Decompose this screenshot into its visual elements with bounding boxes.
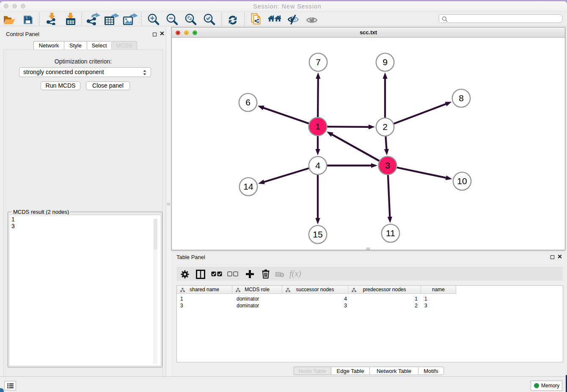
svg-text:4: 4: [315, 160, 320, 170]
svg-text:9: 9: [383, 57, 388, 67]
svg-text:8: 8: [459, 93, 464, 103]
svg-text:3: 3: [385, 160, 390, 170]
svg-text:14: 14: [243, 182, 253, 191]
svg-text:10: 10: [457, 176, 467, 186]
svg-text:11: 11: [386, 228, 395, 238]
svg-text:6: 6: [245, 97, 250, 107]
svg-text:1: 1: [315, 121, 320, 131]
svg-text:2: 2: [383, 122, 388, 132]
svg-text:7: 7: [316, 57, 321, 67]
svg-text:15: 15: [313, 229, 322, 239]
